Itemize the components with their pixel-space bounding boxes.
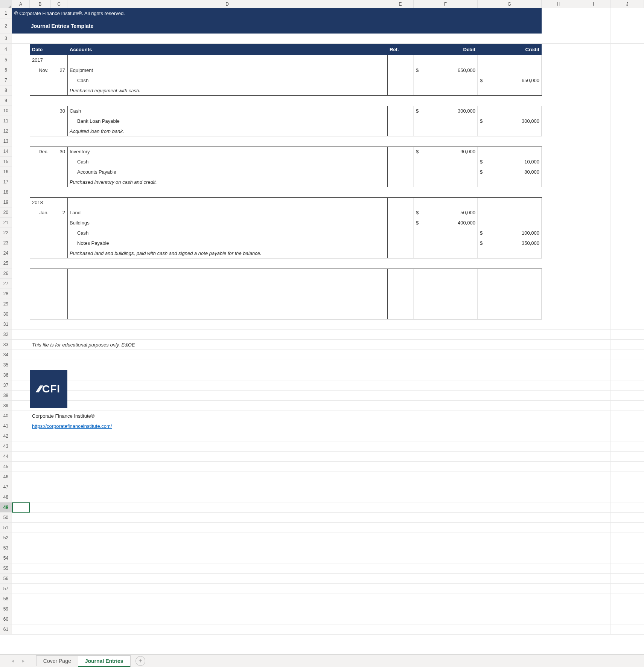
- cell-day[interactable]: 2: [51, 208, 67, 218]
- blank-row[interactable]: [12, 584, 644, 594]
- table-row[interactable]: Purchased equipment with cash.: [12, 85, 644, 96]
- table-row[interactable]: Nov. 27 Equipment $650,000: [12, 65, 644, 75]
- table-row[interactable]: Purchased inventory on cash and credit.: [12, 177, 644, 187]
- row-header-10[interactable]: 10: [0, 106, 12, 116]
- row-header-1[interactable]: 1: [0, 8, 12, 18]
- table-row[interactable]: 2017: [12, 55, 644, 65]
- cell-account[interactable]: Accounts Payable: [67, 167, 387, 177]
- blank-row[interactable]: [12, 533, 644, 543]
- cell-debit[interactable]: $650,000: [414, 65, 478, 75]
- row-header-61[interactable]: 61: [0, 624, 12, 635]
- col-header-F[interactable]: F: [414, 0, 478, 8]
- blank-row[interactable]: [12, 543, 644, 553]
- blank-row[interactable]: [12, 594, 644, 604]
- cell-account[interactable]: Cash: [67, 157, 387, 167]
- cell-year[interactable]: 2018: [30, 197, 51, 208]
- row-header-27[interactable]: 27: [0, 279, 12, 289]
- table-row[interactable]: Cash $10,000: [12, 157, 644, 167]
- table-row[interactable]: [12, 269, 644, 279]
- row-header-48[interactable]: 48: [0, 492, 12, 502]
- table-row[interactable]: Notes Payable $350,000: [12, 238, 644, 248]
- cell-account[interactable]: Cash: [67, 75, 387, 85]
- col-header-J[interactable]: J: [611, 0, 644, 8]
- row-header-40[interactable]: 40: [0, 411, 12, 421]
- table-row[interactable]: 2018: [12, 197, 644, 208]
- table-row[interactable]: [12, 289, 644, 299]
- row-header-43[interactable]: 43: [0, 441, 12, 452]
- table-row[interactable]: [12, 309, 644, 319]
- cell-account[interactable]: Bank Loan Payable: [67, 116, 387, 126]
- row-header-32[interactable]: 32: [0, 330, 12, 340]
- row-header-35[interactable]: 35: [0, 360, 12, 370]
- cell-credit[interactable]: $650,000: [478, 75, 542, 85]
- blank-row[interactable]: [12, 452, 644, 462]
- cell-month[interactable]: Dec.: [30, 147, 51, 157]
- cell-memo[interactable]: Purchased land and buildings, paid with …: [67, 248, 387, 258]
- row-header-5[interactable]: 5: [0, 55, 12, 65]
- row-header-44[interactable]: 44: [0, 452, 12, 462]
- row-header-15[interactable]: 15: [0, 157, 12, 167]
- table-row[interactable]: [12, 279, 644, 289]
- table-row[interactable]: Acquired loan from bank.: [12, 126, 644, 136]
- cell-debit[interactable]: $50,000: [414, 208, 478, 218]
- row-header-55[interactable]: 55: [0, 563, 12, 574]
- row-header-30[interactable]: 30: [0, 309, 12, 319]
- col-header-G[interactable]: G: [478, 0, 542, 8]
- cell-month[interactable]: Jan.: [30, 208, 51, 218]
- cell-day[interactable]: 30: [51, 147, 67, 157]
- cell-account[interactable]: Buildings: [67, 218, 387, 228]
- row-header-47[interactable]: 47: [0, 482, 12, 492]
- cell-debit[interactable]: $300,000: [414, 106, 478, 116]
- row-header-19[interactable]: 19: [0, 197, 12, 208]
- org-link[interactable]: https://corporatefinanceinstitute.com/: [32, 423, 112, 429]
- table-row[interactable]: Cash $650,000: [12, 75, 644, 85]
- blank-row[interactable]: [12, 492, 644, 502]
- tab-prev-icon[interactable]: ◄: [8, 658, 18, 664]
- table-row[interactable]: Purchased land and buildings, paid with …: [12, 248, 644, 258]
- table-row[interactable]: 30 Cash $300,000: [12, 106, 644, 116]
- row-header-45[interactable]: 45: [0, 462, 12, 472]
- cell-account[interactable]: Equipment: [67, 65, 387, 75]
- blank-row[interactable]: [12, 553, 644, 563]
- add-sheet-button[interactable]: ＋: [135, 656, 145, 666]
- row-header-23[interactable]: 23: [0, 238, 12, 248]
- row-header-12[interactable]: 12: [0, 126, 12, 136]
- cell-memo[interactable]: Acquired loan from bank.: [67, 126, 387, 136]
- tab-cover-page[interactable]: Cover Page: [36, 655, 78, 666]
- table-row[interactable]: Buildings $400,000: [12, 218, 644, 228]
- blank-row[interactable]: [12, 563, 644, 574]
- row-header-50[interactable]: 50: [0, 513, 12, 523]
- row-header-42[interactable]: 42: [0, 431, 12, 441]
- cell-account[interactable]: Inventory: [67, 147, 387, 157]
- blank-row[interactable]: [12, 624, 644, 635]
- row-header-8[interactable]: 8: [0, 85, 12, 96]
- row-header-51[interactable]: 51: [0, 523, 12, 533]
- row-header-59[interactable]: 59: [0, 604, 12, 614]
- row-header-18[interactable]: 18: [0, 187, 12, 197]
- col-header-I[interactable]: I: [576, 0, 611, 8]
- blank-row[interactable]: [12, 614, 644, 624]
- blank-row[interactable]: [12, 502, 644, 513]
- cell-account[interactable]: Cash: [67, 106, 387, 116]
- row-header-14[interactable]: 14: [0, 147, 12, 157]
- row-header-25[interactable]: 25: [0, 258, 12, 269]
- blank-row[interactable]: [12, 472, 644, 482]
- row-header-26[interactable]: 26: [0, 269, 12, 279]
- blank-row[interactable]: [12, 523, 644, 533]
- col-header-C[interactable]: C: [51, 0, 67, 8]
- row-header-53[interactable]: 53: [0, 543, 12, 553]
- blank-row[interactable]: [12, 431, 644, 441]
- cell-credit[interactable]: $350,000: [478, 238, 542, 248]
- cell-memo[interactable]: Purchased inventory on cash and credit.: [67, 177, 387, 187]
- cell-debit[interactable]: $400,000: [414, 218, 478, 228]
- row-header-2[interactable]: 2: [0, 18, 12, 34]
- row-header-37[interactable]: 37: [0, 380, 12, 391]
- cell-credit[interactable]: $10,000: [478, 157, 542, 167]
- tab-journal-entries[interactable]: Journal Entries: [78, 655, 131, 667]
- row-header-7[interactable]: 7: [0, 75, 12, 85]
- cell-account[interactable]: Cash: [67, 228, 387, 238]
- select-all-corner[interactable]: [0, 0, 12, 8]
- row-header-4[interactable]: 4: [0, 44, 12, 55]
- table-row[interactable]: Dec. 30 Inventory $90,000: [12, 147, 644, 157]
- row-header-6[interactable]: 6: [0, 65, 12, 75]
